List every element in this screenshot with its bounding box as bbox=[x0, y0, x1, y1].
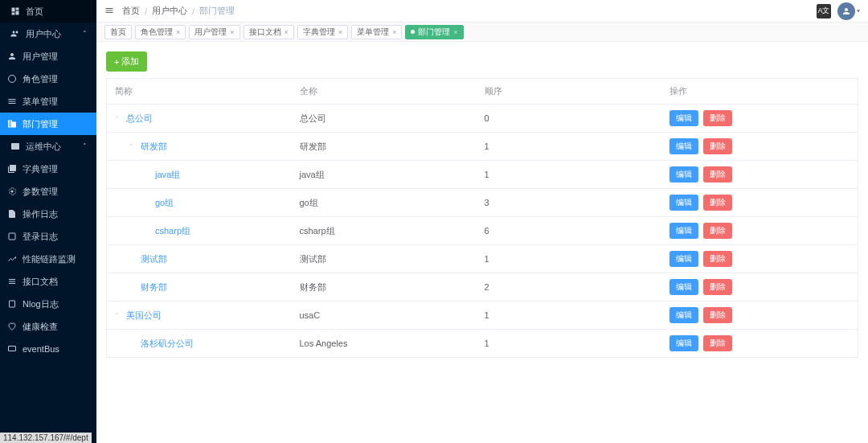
sidebar-item-label: 登录日志 bbox=[23, 231, 58, 243]
sidebar-item-用户管理[interactable]: 用户管理 bbox=[0, 45, 96, 68]
sidebar-item-label: 参数管理 bbox=[23, 186, 58, 198]
table-header: 简称 全称 顺序 操作 bbox=[107, 79, 858, 105]
delete-button[interactable]: 删除 bbox=[703, 166, 732, 183]
delete-button[interactable]: 删除 bbox=[703, 251, 732, 267]
edit-button[interactable]: 编辑 bbox=[669, 195, 698, 211]
close-icon[interactable]: × bbox=[285, 28, 289, 36]
dept-fullname: 测试部 bbox=[292, 245, 477, 273]
sidebar-item-部门管理[interactable]: 部门管理 bbox=[0, 113, 96, 135]
tab-用户管理[interactable]: 用户管理× bbox=[189, 25, 240, 39]
sidebar-item-性能链路监测[interactable]: 性能链路监测 bbox=[0, 248, 96, 270]
active-dot-icon bbox=[411, 30, 415, 34]
sidebar-group-用户中心[interactable]: 用户中心˄ bbox=[0, 23, 96, 45]
sidebar-item-Nlog日志[interactable]: Nlog日志 bbox=[0, 293, 96, 315]
dept-name-link[interactable]: 测试部 bbox=[141, 254, 167, 264]
tab-label: 菜单管理 bbox=[357, 27, 389, 38]
table-header-action: 操作 bbox=[661, 79, 858, 105]
edit-button[interactable]: 编辑 bbox=[669, 110, 698, 126]
chevron-up-icon: ˄ bbox=[83, 30, 87, 38]
dept-name-link[interactable]: 财务部 bbox=[141, 282, 167, 292]
tab-角色管理[interactable]: 角色管理× bbox=[135, 25, 186, 39]
breadcrumb-item: 部门管理 bbox=[199, 5, 235, 17]
table-row: ˅美国公司usaC1编辑删除 bbox=[107, 301, 858, 330]
sidebar-item-菜单管理[interactable]: 菜单管理 bbox=[0, 90, 96, 113]
close-icon[interactable]: × bbox=[176, 28, 180, 36]
dept-name-link[interactable]: go组 bbox=[155, 198, 174, 207]
ops-icon bbox=[10, 142, 21, 151]
nlog-icon bbox=[6, 299, 18, 309]
delete-button[interactable]: 删除 bbox=[703, 307, 732, 323]
dept-name-link[interactable]: 总公司 bbox=[126, 113, 153, 123]
dept-order: 2 bbox=[477, 273, 661, 301]
dept-name-link[interactable]: csharp组 bbox=[155, 226, 190, 236]
close-icon[interactable]: × bbox=[392, 28, 396, 36]
tab-label: 字典管理 bbox=[303, 27, 335, 38]
language-switch-button[interactable]: A文 bbox=[817, 4, 831, 18]
delete-button[interactable]: 删除 bbox=[703, 138, 732, 154]
login-icon bbox=[6, 232, 18, 241]
user-menu-button[interactable]: ▾ bbox=[837, 2, 860, 20]
dept-fullname: Los Angeles bbox=[292, 330, 477, 358]
close-icon[interactable]: × bbox=[338, 28, 342, 36]
tab-label: 接口文档 bbox=[249, 27, 281, 38]
close-icon[interactable]: × bbox=[230, 28, 234, 36]
avatar-icon bbox=[837, 2, 855, 20]
svg-point-0 bbox=[9, 76, 16, 83]
dept-order: 0 bbox=[477, 105, 661, 133]
tab-字典管理[interactable]: 字典管理× bbox=[297, 25, 348, 39]
peace-icon bbox=[6, 74, 18, 84]
tabs-bar: 首页角色管理×用户管理×接口文档×字典管理×菜单管理×部门管理× bbox=[96, 23, 868, 42]
sidebar-item-label: 用户管理 bbox=[23, 51, 58, 63]
table-row: 洛杉矶分公司Los Angeles1编辑删除 bbox=[107, 330, 858, 358]
tab-接口文档[interactable]: 接口文档× bbox=[244, 25, 294, 39]
breadcrumb-item[interactable]: 用户中心 bbox=[152, 5, 187, 17]
tab-部门管理[interactable]: 部门管理× bbox=[405, 25, 463, 39]
sidebar-item-eventBus[interactable]: eventBus bbox=[0, 338, 96, 360]
sidebar-item-参数管理[interactable]: 参数管理 bbox=[0, 180, 96, 203]
sidebar-item-登录日志[interactable]: 登录日志 bbox=[0, 225, 96, 248]
sidebar-item-角色管理[interactable]: 角色管理 bbox=[0, 68, 96, 90]
dept-name-link[interactable]: java组 bbox=[155, 170, 180, 179]
sidebar-item-label: 菜单管理 bbox=[23, 96, 58, 108]
dept-name-link[interactable]: 美国公司 bbox=[126, 310, 162, 320]
sidebar-item-首页[interactable]: 首页 bbox=[0, 0, 96, 23]
table-row: csharp组csharp组6编辑删除 bbox=[107, 217, 858, 245]
tab-首页[interactable]: 首页 bbox=[104, 25, 132, 39]
edit-button[interactable]: 编辑 bbox=[669, 335, 698, 351]
delete-button[interactable]: 删除 bbox=[703, 195, 732, 211]
edit-button[interactable]: 编辑 bbox=[669, 166, 698, 183]
edit-button[interactable]: 编辑 bbox=[669, 279, 698, 295]
close-icon[interactable]: × bbox=[453, 28, 457, 36]
tab-菜单管理[interactable]: 菜单管理× bbox=[351, 25, 402, 39]
svg-rect-4 bbox=[9, 347, 16, 351]
delete-button[interactable]: 删除 bbox=[703, 335, 732, 351]
breadcrumb-separator: / bbox=[192, 6, 194, 16]
edit-button[interactable]: 编辑 bbox=[669, 223, 698, 239]
tab-label: 首页 bbox=[110, 27, 126, 38]
delete-button[interactable]: 删除 bbox=[703, 110, 732, 126]
delete-button[interactable]: 删除 bbox=[703, 279, 732, 295]
breadcrumb-item[interactable]: 首页 bbox=[122, 5, 140, 17]
tree-expand-toggle[interactable]: ˅ bbox=[129, 143, 137, 151]
sidebar-item-label: 性能链路监测 bbox=[23, 253, 76, 265]
dept-name-link[interactable]: 研发部 bbox=[141, 142, 167, 151]
sidebar-item-label: 操作日志 bbox=[23, 208, 58, 220]
tree-expand-toggle[interactable]: ˅ bbox=[115, 312, 123, 320]
delete-button[interactable]: 删除 bbox=[703, 223, 732, 239]
add-button[interactable]: + 添加 bbox=[106, 51, 147, 72]
svg-rect-2 bbox=[9, 233, 15, 240]
edit-button[interactable]: 编辑 bbox=[669, 307, 698, 323]
tree-expand-toggle[interactable]: ˅ bbox=[115, 115, 123, 123]
sidebar-item-label: 角色管理 bbox=[23, 73, 58, 85]
sidebar-item-接口文档[interactable]: 接口文档 bbox=[0, 270, 96, 293]
sidebar-item-字典管理[interactable]: 字典管理 bbox=[0, 158, 96, 180]
sidebar-item-label: Nlog日志 bbox=[23, 298, 59, 310]
edit-button[interactable]: 编辑 bbox=[669, 138, 698, 154]
sidebar-group-运维中心[interactable]: 运维中心˄ bbox=[0, 135, 96, 158]
sidebar-item-操作日志[interactable]: 操作日志 bbox=[0, 203, 96, 225]
sidebar-item-健康检查[interactable]: 健康检查 bbox=[0, 315, 96, 338]
dept-name-link[interactable]: 洛杉矶分公司 bbox=[141, 338, 194, 348]
edit-button[interactable]: 编辑 bbox=[669, 251, 698, 267]
table-row: java组java组1编辑删除 bbox=[107, 161, 858, 189]
collapse-sidebar-button[interactable] bbox=[104, 5, 114, 18]
